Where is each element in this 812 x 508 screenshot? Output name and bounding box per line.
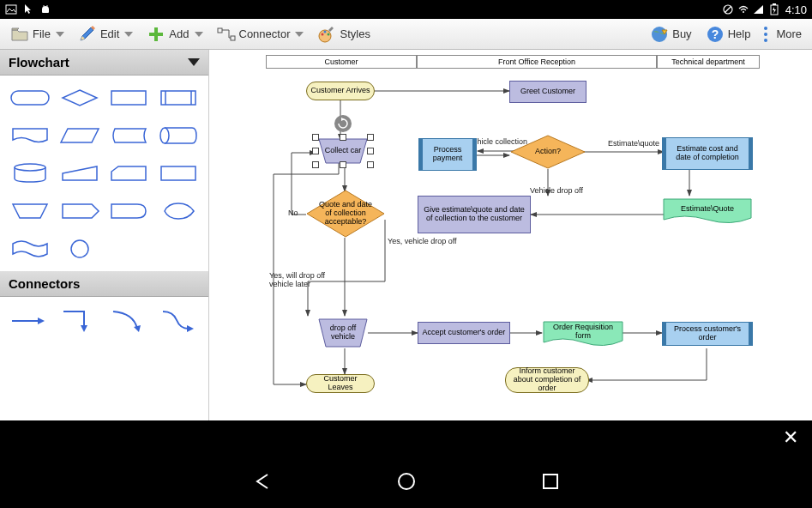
shape-direct-data[interactable] — [155, 120, 201, 151]
shape-document[interactable] — [7, 120, 53, 151]
svg-marker-29 — [63, 166, 97, 180]
flowchart-panel-header[interactable]: Flowchart — [0, 50, 208, 76]
svg-point-45 — [399, 474, 414, 489]
shape-connector-circle[interactable] — [57, 233, 103, 264]
shape-database[interactable] — [7, 158, 53, 189]
more-dots-icon — [764, 27, 767, 42]
node-estimate-quote[interactable]: Estimate\Quote — [662, 197, 753, 227]
shape-decision[interactable] — [57, 82, 103, 113]
svg-marker-26 — [61, 129, 99, 142]
shape-offpage[interactable] — [57, 196, 103, 227]
node-collect-car-selected[interactable]: Collect car — [316, 137, 370, 165]
shape-process[interactable] — [106, 82, 153, 113]
connector-straight[interactable] — [9, 305, 46, 336]
svg-point-14 — [322, 33, 324, 35]
svg-rect-10 — [149, 33, 163, 36]
svg-marker-36 — [38, 318, 45, 324]
svg-rect-31 — [161, 166, 195, 180]
shape-display[interactable] — [155, 196, 201, 227]
shape-manual-op[interactable] — [7, 196, 53, 227]
svg-marker-30 — [111, 166, 146, 180]
dropdown-icon — [295, 32, 304, 37]
svg-point-28 — [15, 164, 45, 171]
shape-tape[interactable] — [7, 233, 53, 264]
label-vehicle-drop-off: Vehicle drop off — [530, 186, 583, 195]
swimlane-header-customer[interactable]: Customer — [266, 55, 417, 69]
shape-terminator[interactable] — [7, 82, 53, 113]
collapse-icon — [188, 58, 200, 66]
styles-menu[interactable]: Styles — [310, 21, 376, 47]
node-greet-customer[interactable]: Greet Customer — [509, 81, 586, 103]
svg-rect-11 — [218, 28, 222, 33]
buy-button[interactable]: Buy — [643, 21, 698, 47]
shape-card[interactable] — [106, 158, 153, 189]
file-label: File — [33, 27, 51, 40]
svg-marker-37 — [81, 325, 87, 332]
shape-process2[interactable] — [155, 158, 201, 189]
signal-icon — [753, 3, 765, 15]
ad-bar: ✕ — [0, 420, 812, 455]
connector-bezier[interactable] — [158, 305, 195, 336]
connector-menu[interactable]: Connector — [210, 21, 311, 47]
svg-point-27 — [160, 128, 169, 143]
nav-home-button[interactable] — [394, 469, 418, 493]
node-process-payment[interactable]: Process payment — [418, 138, 477, 171]
rotate-handle-icon[interactable] — [334, 115, 352, 132]
node-customer-leaves[interactable]: Customer Leaves — [306, 374, 375, 393]
node-estimate-cost[interactable]: Estimate cost and date of completion — [662, 137, 753, 170]
node-action[interactable]: Action? — [509, 134, 586, 170]
svg-rect-0 — [6, 5, 16, 14]
svg-marker-38 — [134, 325, 141, 332]
add-menu[interactable]: Add — [140, 21, 209, 47]
connector-elbow[interactable] — [58, 305, 96, 336]
swimlane-header-front-office[interactable]: Front Office Reception — [417, 55, 657, 69]
file-menu[interactable]: File — [3, 21, 71, 47]
shape-manual-input[interactable] — [57, 158, 103, 189]
svg-marker-33 — [63, 204, 99, 218]
node-drop-off-vehicle[interactable]: drop off vehicle — [316, 318, 370, 348]
connectors-panel-header[interactable]: Connectors — [0, 271, 208, 297]
node-customer-arrives[interactable]: Customer Arrives — [306, 82, 375, 100]
svg-marker-39 — [187, 325, 194, 332]
add-label: Add — [169, 27, 189, 40]
android-nav-bar — [0, 455, 812, 508]
svg-point-15 — [324, 30, 327, 33]
status-time: 4:10 — [785, 3, 807, 16]
node-quote-acceptable[interactable]: Quote and date of collection acceptable? — [305, 189, 386, 239]
nav-back-button[interactable] — [250, 469, 274, 493]
node-accept-order[interactable]: Accept customer's order — [418, 322, 510, 344]
node-order-requisition[interactable]: Order Requisition form — [542, 320, 624, 349]
shape-stored-data[interactable] — [106, 120, 153, 151]
svg-point-16 — [328, 33, 330, 35]
nav-recent-button[interactable] — [538, 469, 562, 493]
edit-menu[interactable]: Edit — [71, 21, 140, 47]
flowchart-header-label: Flowchart — [9, 55, 69, 70]
help-button[interactable]: ? Help — [699, 21, 758, 47]
more-label: More — [776, 27, 802, 40]
diagram-canvas[interactable]: Customer Front Office Reception Technica… — [209, 50, 812, 451]
svg-rect-20 — [11, 91, 49, 105]
svg-rect-23 — [161, 91, 195, 105]
more-menu[interactable]: More — [757, 23, 809, 45]
svg-rect-22 — [111, 91, 146, 105]
help-icon: ? — [706, 25, 725, 44]
styles-icon — [317, 25, 336, 44]
dropdown-icon — [56, 32, 64, 37]
swimlane-header-technical[interactable]: Technical department — [657, 55, 760, 69]
connector-icon — [217, 25, 236, 44]
node-inform-customer[interactable]: Inform customer about completion of orde… — [505, 367, 589, 393]
node-give-estimate[interactable]: Give estimate\quote and date of collecti… — [418, 196, 531, 233]
label-no: No — [288, 209, 298, 217]
label-yes-drop-off: Yes, will drop off vehicle later — [269, 271, 338, 288]
svg-rect-46 — [544, 475, 557, 488]
buy-label: Buy — [672, 27, 691, 40]
close-icon[interactable]: ✕ — [783, 426, 798, 449]
shape-data[interactable] — [57, 120, 103, 151]
image-icon — [5, 3, 17, 15]
node-process-order[interactable]: Process customer's order — [662, 322, 753, 346]
shape-predefined[interactable] — [155, 82, 201, 113]
edit-label: Edit — [100, 27, 119, 40]
shape-delay[interactable] — [106, 196, 153, 227]
connector-curved[interactable] — [108, 305, 146, 336]
svg-marker-21 — [63, 90, 97, 106]
